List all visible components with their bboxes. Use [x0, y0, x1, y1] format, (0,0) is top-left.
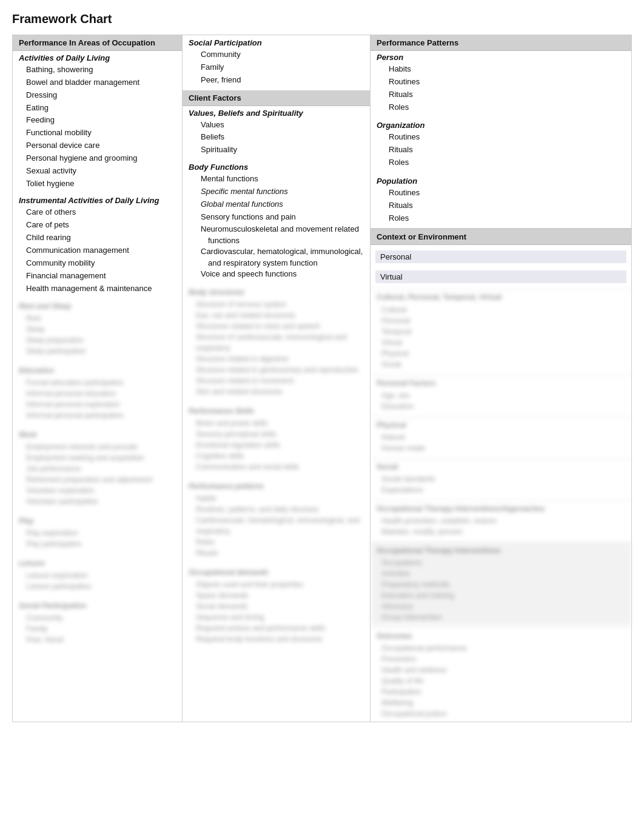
client-header: Client Factors — [183, 90, 370, 106]
list-item: Bowel and bladder management — [13, 76, 182, 89]
blurred-col3-4: Social Social standards Expectations — [371, 458, 631, 498]
list-item: Spirituality — [183, 144, 370, 156]
org-label: Organization — [371, 117, 631, 131]
blurred-col2-1: Body structures Structure of nervous sys… — [183, 284, 370, 400]
blurred-col2-2: Performance Skills Motor and praxis skil… — [183, 403, 370, 475]
list-item: Functional mobility — [13, 127, 182, 139]
blurred-col3-5: Occupational Therapy Interventions/Appro… — [371, 500, 631, 540]
iadl-label: Instrumental Activities of Daily Living — [13, 193, 182, 206]
virtual-item: Virtual — [375, 270, 626, 283]
blurred-col3-7: Outcomes Occupational performance Preven… — [371, 628, 631, 722]
blurred-section-1: Rest and Sleep Rest Sleep Sleep preparat… — [13, 298, 182, 359]
list-item: Dressing — [13, 89, 182, 102]
list-item: Peer, friend — [183, 74, 370, 87]
list-item: Roles — [371, 212, 631, 225]
list-item: Routines — [371, 187, 631, 200]
list-item: Financial management — [13, 270, 182, 283]
list-item: Community — [183, 49, 370, 61]
vbs-label: Values, Beliefs and Spirituality — [183, 106, 370, 119]
list-item: Rituals — [371, 144, 631, 156]
list-item: Health management & maintenance — [13, 283, 182, 295]
col-performance-areas: Performance In Areas of Occupation Activ… — [13, 35, 183, 722]
list-item: Routines — [371, 76, 631, 89]
person-label: Person — [371, 51, 631, 63]
list-item: Global mental functions — [183, 198, 370, 211]
blurred-section-4: Play Play exploration Play participation — [13, 513, 182, 552]
list-item: Routines — [371, 131, 631, 144]
blurred-col3-1: Cultural, Personal, Temporal, Virtual Cu… — [371, 289, 631, 372]
list-item: Family — [183, 61, 370, 74]
list-item: Care of pets — [13, 219, 182, 232]
list-item: Bathing, showering — [13, 64, 182, 76]
list-item: Neuromusculoskeletal and movement relate… — [183, 223, 370, 236]
list-item: Child rearing — [13, 232, 182, 244]
social-label: Social Participation — [189, 38, 262, 47]
page-title: Framework Chart — [12, 12, 632, 26]
list-item: Cardiovascular, hematological, immunolog… — [183, 246, 370, 258]
list-item: Beliefs — [183, 131, 370, 144]
blurred-section-2: Education Formal education participation… — [13, 363, 182, 423]
list-item: Sexual activity — [13, 165, 182, 178]
list-item: Rituals — [371, 200, 631, 212]
col-performance-patterns: Performance Patterns Person Habits Routi… — [371, 35, 631, 722]
list-item: Habits — [371, 63, 631, 76]
col-client-factors: Social Participation Community Family Pe… — [183, 35, 371, 722]
pop-label: Population — [371, 173, 631, 187]
perf-header: Performance Patterns — [371, 35, 631, 51]
list-item: and respiratory system function — [183, 258, 370, 268]
list-item: Specific mental functions — [183, 186, 370, 198]
personal-item: Personal — [375, 250, 626, 263]
col1-header: Performance In Areas of Occupation — [13, 35, 182, 51]
list-item: Personal hygiene and grooming — [13, 152, 182, 165]
framework-grid: Performance In Areas of Occupation Activ… — [12, 35, 632, 722]
context-block: Context or Environment Personal Virtual — [371, 229, 631, 289]
context-header: Context or Environment — [371, 229, 631, 245]
blurred-col3-2: Personal Factors Age, sex Education — [371, 375, 631, 414]
list-item: Care of others — [13, 206, 182, 219]
blurred-col3-3: Physical Natural Human made — [371, 417, 631, 456]
blurred-section-3: Work Employment interests and pursuits E… — [13, 427, 182, 509]
list-item: Personal device care — [13, 139, 182, 152]
list-item: Values — [183, 119, 370, 132]
list-item: Community mobility — [13, 257, 182, 270]
list-item: Mental functions — [183, 173, 370, 186]
list-item: Roles — [371, 101, 631, 114]
body-label: Body Functions — [183, 160, 370, 173]
list-item: functions — [183, 236, 370, 246]
blurred-col2-3: Performance patterns Habits Routines, pa… — [183, 478, 370, 561]
blurred-section-5: Leisure Leisure exploration Leisure part… — [13, 555, 182, 594]
list-item: Toliet hygiene — [13, 178, 182, 190]
blurred-col3-6: Occupational Therapy Interventions Occup… — [371, 542, 631, 625]
list-item: Roles — [371, 156, 631, 169]
blurred-section-6: Social Participation Community Family Pe… — [13, 598, 182, 648]
list-item: Sensory functions and pain — [183, 211, 370, 224]
adl-label: Activities of Daily Living — [13, 51, 182, 64]
list-item: Communication management — [13, 244, 182, 257]
perf-patterns-block: Performance Patterns Person Habits Routi… — [371, 35, 631, 229]
list-item: Voice and speech functions — [183, 268, 370, 281]
list-item: Eating — [13, 102, 182, 115]
list-item: Rituals — [371, 89, 631, 101]
list-item: Feeding — [13, 114, 182, 127]
blurred-col2-4: Occupational demands Objects used and th… — [183, 565, 370, 647]
